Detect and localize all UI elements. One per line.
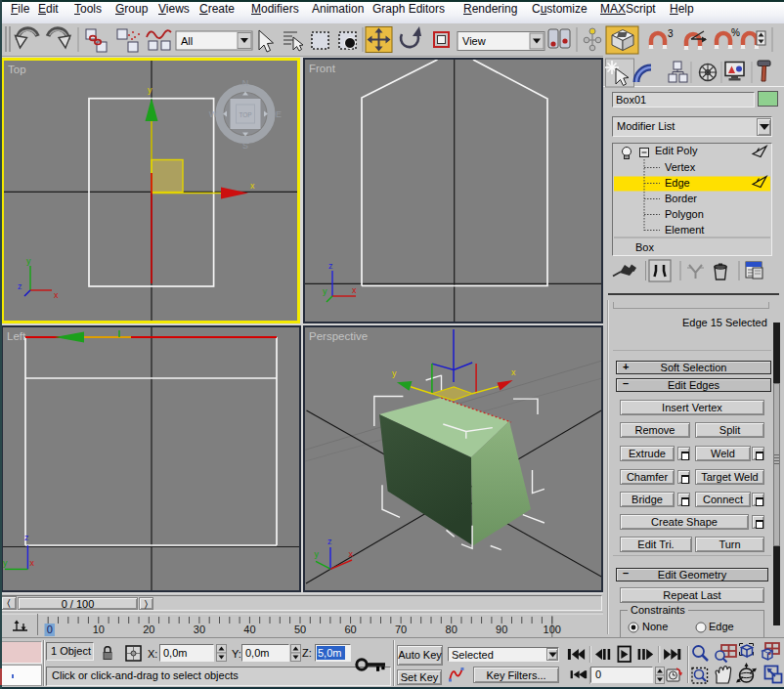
- svg-text:10: 10: [93, 624, 105, 635]
- svg-text:80: 80: [446, 624, 457, 635]
- svg-text:E: E: [276, 109, 282, 119]
- svg-text:N: N: [242, 78, 249, 88]
- svg-text:x: x: [30, 558, 35, 568]
- svg-text:50: 50: [294, 624, 306, 635]
- svg-text:TOP: TOP: [239, 111, 251, 118]
- svg-text:y: y: [392, 368, 397, 378]
- svg-text:100: 100: [544, 624, 561, 635]
- svg-text:z: z: [24, 533, 29, 542]
- svg-text:y: y: [3, 558, 8, 568]
- svg-text:x: x: [348, 549, 353, 559]
- svg-text:z: z: [18, 281, 22, 291]
- svg-text:y: y: [26, 256, 31, 266]
- svg-text:y: y: [315, 549, 320, 559]
- svg-text:x: x: [511, 367, 516, 377]
- svg-text:30: 30: [194, 624, 205, 635]
- svg-text:%: %: [731, 27, 740, 38]
- svg-text:x: x: [54, 290, 59, 300]
- svg-text:All: All: [181, 35, 193, 47]
- svg-text:S: S: [242, 141, 248, 151]
- svg-text:x: x: [250, 181, 255, 191]
- svg-text:60: 60: [344, 624, 356, 635]
- svg-text:70: 70: [395, 624, 407, 635]
- svg-text:90: 90: [496, 624, 507, 635]
- svg-text:y: y: [148, 85, 152, 95]
- svg-text:20: 20: [143, 624, 154, 635]
- svg-text:z: z: [327, 537, 332, 546]
- svg-text:0: 0: [47, 624, 53, 635]
- svg-text:z: z: [328, 261, 333, 271]
- svg-text:y: y: [323, 286, 327, 296]
- svg-text:View: View: [462, 35, 486, 47]
- svg-text:x: x: [352, 285, 357, 295]
- svg-text:40: 40: [243, 624, 255, 635]
- svg-text:3: 3: [668, 28, 674, 39]
- svg-text:W: W: [209, 109, 218, 119]
